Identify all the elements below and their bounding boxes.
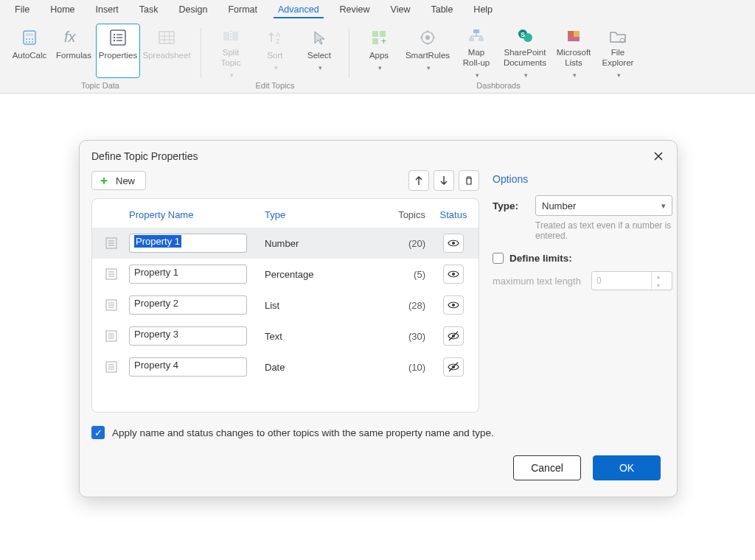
- property-topics: (5): [371, 269, 430, 280]
- type-select[interactable]: Number ▾: [535, 195, 672, 216]
- svg-point-60: [452, 304, 455, 307]
- arrow-up-icon: [414, 175, 423, 186]
- col-type: Type: [265, 209, 368, 220]
- eye-icon: [448, 301, 459, 309]
- move-up-button[interactable]: [408, 170, 429, 191]
- move-down-button[interactable]: [434, 170, 454, 191]
- property-type: Percentage: [265, 269, 368, 280]
- property-type: Date: [265, 362, 368, 373]
- property-row[interactable]: Property 1 Number (20): [92, 228, 479, 259]
- col-topics: Topics: [371, 209, 430, 220]
- visibility-toggle[interactable]: [443, 295, 464, 315]
- step-down-icon[interactable]: ▾: [652, 281, 664, 290]
- plus-icon: ＋: [98, 175, 110, 186]
- property-name-input[interactable]: Property 1: [129, 234, 247, 253]
- step-up-icon[interactable]: ▴: [652, 272, 664, 281]
- property-row[interactable]: Property 1 Percentage (5): [92, 259, 479, 290]
- property-type: Text: [265, 331, 368, 342]
- property-topics: (10): [371, 362, 430, 373]
- type-value: Number: [542, 200, 576, 211]
- new-property-button[interactable]: ＋ New: [91, 171, 146, 190]
- maxlen-label: maximum text length: [493, 276, 581, 287]
- maxlen-input[interactable]: [592, 276, 651, 286]
- cancel-button[interactable]: Cancel: [513, 455, 581, 480]
- col-status: Status: [433, 209, 474, 220]
- delete-button[interactable]: [459, 170, 479, 191]
- property-topics: (30): [371, 331, 430, 342]
- property-name-input[interactable]: Property 1: [129, 265, 247, 284]
- dialog-scrim: Define Topic Properties ＋ New: [0, 0, 755, 560]
- dialog-title: Define Topic Properties: [91, 150, 198, 162]
- property-topics: (28): [371, 300, 430, 311]
- ok-button[interactable]: OK: [593, 455, 661, 480]
- eye-off-icon: [448, 331, 459, 341]
- apply-changes-label: Apply name and status changes to other t…: [112, 427, 494, 438]
- close-button[interactable]: [650, 148, 667, 164]
- col-name: Property Name: [129, 209, 262, 220]
- property-name-input[interactable]: Property 2: [129, 295, 247, 315]
- visibility-toggle[interactable]: [443, 326, 464, 346]
- arrow-down-icon: [439, 175, 448, 186]
- maxlen-spinner[interactable]: ▴▾: [591, 271, 672, 290]
- property-name-input[interactable]: Property 3: [129, 326, 247, 346]
- properties-grid: Property Name Type Topics Status Propert…: [91, 198, 479, 413]
- property-name-input[interactable]: Property 4: [129, 357, 247, 377]
- property-type: List: [265, 300, 368, 311]
- row-handle-icon: [97, 237, 126, 249]
- new-label: New: [116, 175, 135, 186]
- trash-icon: [464, 175, 474, 186]
- eye-icon: [448, 270, 459, 279]
- apply-changes-checkbox[interactable]: ✓: [91, 426, 105, 439]
- options-title: Options: [493, 173, 672, 185]
- row-handle-icon: [97, 330, 126, 342]
- property-row[interactable]: Property 2 List (28): [92, 290, 479, 321]
- property-type: Number: [265, 238, 368, 249]
- eye-off-icon: [448, 362, 459, 372]
- chevron-down-icon: ▾: [661, 201, 666, 211]
- visibility-toggle[interactable]: [443, 357, 464, 377]
- visibility-toggle[interactable]: [443, 265, 464, 284]
- type-hint: Treated as text even if a number is ente…: [535, 220, 672, 241]
- svg-point-50: [452, 242, 455, 245]
- property-row[interactable]: Property 4 Date (10): [92, 351, 479, 382]
- define-properties-dialog: Define Topic Properties ＋ New: [79, 140, 678, 497]
- eye-icon: [448, 239, 459, 248]
- close-icon: [653, 151, 664, 161]
- define-limits-label: Define limits:: [509, 253, 572, 264]
- row-handle-icon: [97, 299, 126, 311]
- svg-point-55: [452, 273, 455, 276]
- property-topics: (20): [371, 238, 430, 249]
- property-row[interactable]: Property 3 Text (30): [92, 321, 479, 351]
- row-handle-icon: [97, 268, 126, 280]
- define-limits-checkbox[interactable]: [493, 253, 504, 264]
- row-handle-icon: [97, 361, 126, 373]
- visibility-toggle[interactable]: [443, 234, 464, 253]
- type-label: Type:: [493, 200, 526, 211]
